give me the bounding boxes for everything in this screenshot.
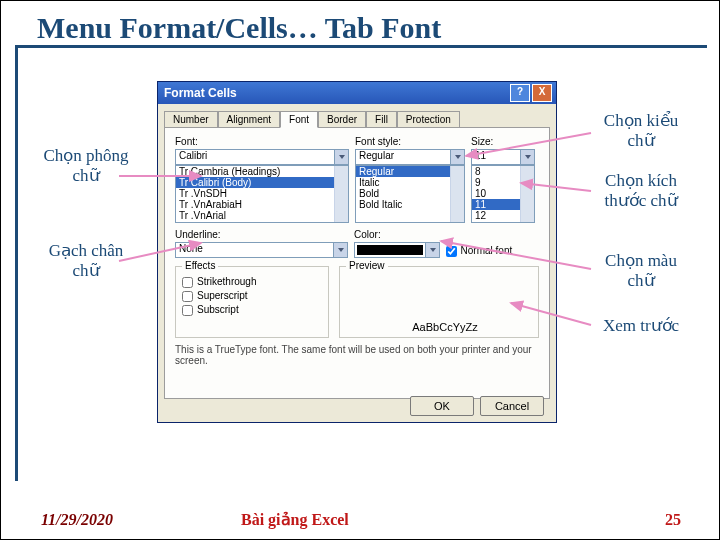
slide-title: Menu Format/Cells… Tab Font: [37, 11, 441, 45]
callout-font: Chọn phôngchữ: [31, 146, 141, 187]
size-list[interactable]: 8 9 10 11 12: [471, 165, 535, 223]
preview-legend: Preview: [346, 260, 388, 271]
label-size: Size:: [471, 136, 535, 147]
effects-legend: Effects: [182, 260, 218, 271]
scrollbar[interactable]: [334, 166, 348, 222]
tab-font[interactable]: Font: [280, 111, 318, 128]
dialog-title: Format Cells: [164, 86, 237, 100]
footer-page: 25: [665, 511, 681, 529]
cancel-button[interactable]: Cancel: [480, 396, 544, 416]
callout-color: Chọn màuchữ: [586, 251, 696, 292]
label-color: Color:: [354, 229, 440, 240]
format-cells-dialog: Format Cells ? X Number Alignment Font B…: [157, 81, 557, 423]
truetype-hint: This is a TrueType font. The same font w…: [175, 344, 539, 366]
list-item[interactable]: Tr Cambria (Headings): [176, 166, 348, 177]
font-list[interactable]: Tr Cambria (Headings) Tr Calibri (Body) …: [175, 165, 349, 223]
dialog-titlebar[interactable]: Format Cells ? X: [158, 82, 556, 104]
list-item[interactable]: Tr Calibri (Body): [176, 177, 348, 188]
list-item[interactable]: Italic: [356, 177, 464, 188]
footer-lecture: Bài giảng Excel: [241, 510, 349, 529]
tab-fill[interactable]: Fill: [366, 111, 397, 128]
preview-group: Preview AaBbCcYyZz: [339, 266, 539, 338]
size-combo[interactable]: 11: [471, 149, 535, 165]
callout-style: Chọn kiểuchữ: [586, 111, 696, 152]
tab-number[interactable]: Number: [164, 111, 218, 128]
font-combo[interactable]: Calibri: [175, 149, 349, 165]
close-button[interactable]: X: [532, 84, 552, 102]
list-item[interactable]: Bold: [356, 188, 464, 199]
effects-group: Effects Strikethrough Superscript Subscr…: [175, 266, 329, 338]
normal-font-check[interactable]: [446, 246, 457, 257]
scrollbar[interactable]: [520, 166, 534, 222]
list-item[interactable]: Tr .VnSDH: [176, 188, 348, 199]
footer-date: 11/29/2020: [41, 511, 113, 529]
list-item[interactable]: Tr .VnArabiaH: [176, 199, 348, 210]
scrollbar[interactable]: [450, 166, 464, 222]
callout-preview: Xem trước: [586, 316, 696, 336]
tab-bar: Number Alignment Font Border Fill Protec…: [164, 110, 550, 127]
subscript-checkbox[interactable]: Subscript: [182, 303, 322, 317]
superscript-checkbox[interactable]: Superscript: [182, 289, 322, 303]
preview-text: AaBbCcYyZz: [346, 321, 544, 333]
help-button[interactable]: ?: [510, 84, 530, 102]
tab-alignment[interactable]: Alignment: [218, 111, 280, 128]
callout-size: Chọn kíchthước chữ: [586, 171, 696, 212]
tab-border[interactable]: Border: [318, 111, 366, 128]
label-underline: Underline:: [175, 229, 348, 240]
style-list[interactable]: Regular Italic Bold Bold Italic: [355, 165, 465, 223]
callout-underline: Gạch chânchữ: [31, 241, 141, 282]
list-item[interactable]: Regular: [356, 166, 464, 177]
style-combo[interactable]: Regular: [355, 149, 465, 165]
label-style: Font style:: [355, 136, 465, 147]
underline-combo[interactable]: None: [175, 242, 348, 258]
list-item[interactable]: Bold Italic: [356, 199, 464, 210]
normal-font-checkbox[interactable]: Normal font: [446, 244, 539, 258]
normal-font-label: Normal font: [461, 244, 513, 258]
list-item[interactable]: Tr .VnArial: [176, 210, 348, 221]
ok-button[interactable]: OK: [410, 396, 474, 416]
label-font: Font:: [175, 136, 349, 147]
color-combo[interactable]: [354, 242, 440, 258]
strike-checkbox[interactable]: Strikethrough: [182, 275, 322, 289]
tab-protection[interactable]: Protection: [397, 111, 460, 128]
